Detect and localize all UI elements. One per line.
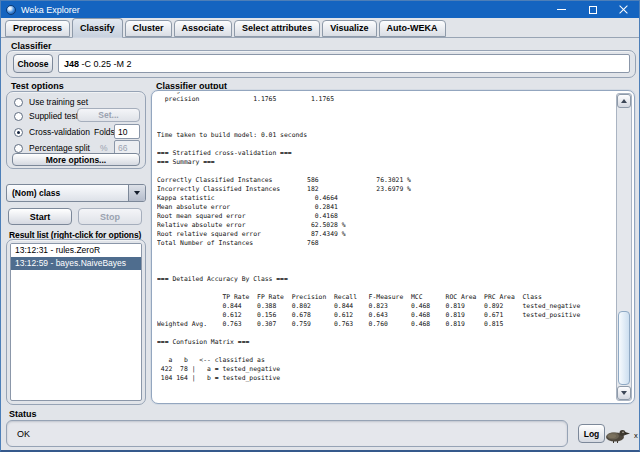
window-title: Weka Explorer — [21, 5, 80, 15]
tab-associate[interactable]: Associate — [174, 20, 233, 37]
classifier-scheme-field[interactable]: J48 -C 0.25 -M 2 — [58, 54, 630, 73]
folds-input[interactable] — [114, 124, 140, 139]
tab-preprocess[interactable]: Preprocess — [5, 20, 70, 37]
tab-select-attributes[interactable]: Select attributes — [234, 20, 320, 37]
tab-visualize[interactable]: Visualize — [322, 20, 376, 37]
class-attribute-value: (Nom) class — [7, 188, 128, 198]
percentage-split-radio[interactable] — [14, 144, 23, 153]
folds-label: Folds — [94, 127, 115, 137]
result-list-item-naivebayes[interactable]: 13:12:59 - bayes.NaiveBayes — [11, 257, 141, 270]
bird-counter: x 0 — [634, 431, 640, 440]
start-button[interactable]: Start — [8, 208, 72, 225]
chevron-down-icon — [134, 191, 140, 195]
scrollbar-thumb[interactable] — [618, 311, 630, 385]
result-list-item-zeror[interactable]: 13:12:31 - rules.ZeroR — [11, 244, 141, 257]
log-button[interactable]: Log — [578, 424, 605, 443]
tab-cluster[interactable]: Cluster — [125, 20, 172, 37]
window-controls — [546, 1, 639, 18]
stop-button: Stop — [78, 208, 142, 225]
minimize-button[interactable] — [546, 1, 577, 18]
result-list: 13:12:31 - rules.ZeroR 13:12:59 - bayes.… — [10, 243, 142, 401]
tab-auto-weka[interactable]: Auto-WEKA — [379, 20, 446, 37]
close-icon — [619, 5, 628, 14]
maximize-button[interactable] — [577, 1, 608, 18]
scroll-down-button[interactable] — [617, 386, 631, 400]
arrow-up-icon — [621, 99, 627, 103]
status-value: OK — [17, 429, 30, 439]
use-training-set-label: Use training set — [29, 97, 88, 107]
classifier-output-text[interactable]: weight sum 500 268 precision 1.1765 1.17… — [157, 92, 613, 401]
tab-classify[interactable]: Classify — [72, 18, 123, 38]
minimize-icon — [557, 9, 566, 10]
choose-classifier-button[interactable]: Choose — [13, 54, 53, 73]
scroll-up-button[interactable] — [617, 94, 631, 108]
weka-bird-status: x 0 — [605, 427, 640, 443]
classifier-scheme-params: -C 0.25 -M 2 — [79, 59, 132, 69]
weka-bird-icon — [605, 427, 631, 443]
output-vertical-scrollbar[interactable] — [616, 93, 632, 401]
weka-app-icon — [6, 5, 16, 15]
cross-validation-radio[interactable] — [14, 128, 23, 137]
use-training-set-radio[interactable] — [14, 98, 23, 107]
class-attribute-combobox[interactable]: (Nom) class — [6, 184, 146, 202]
more-options-button[interactable]: More options... — [12, 153, 140, 166]
classifier-output-pre: weight sum 500 268 precision 1.1765 1.17… — [157, 92, 613, 383]
tab-bar: Preprocess Classify Cluster Associate Se… — [1, 18, 639, 38]
test-options-section-title: Test options — [11, 81, 64, 91]
status-field: OK — [6, 420, 568, 447]
weka-explorer-window: Weka Explorer Preprocess Classify Cluste… — [0, 0, 640, 452]
combobox-dropdown-button[interactable] — [128, 185, 145, 201]
cross-validation-label: Cross-validation — [29, 127, 90, 137]
classifier-scheme-name: J48 — [64, 59, 79, 69]
maximize-icon — [589, 6, 597, 14]
title-bar: Weka Explorer — [1, 1, 639, 18]
supplied-test-set-radio[interactable] — [14, 112, 23, 121]
close-button[interactable] — [608, 1, 639, 18]
status-section-title: Status — [9, 409, 37, 419]
arrow-down-icon — [621, 391, 627, 395]
percentage-split-label: Percentage split — [29, 143, 90, 153]
set-test-set-button: Set... — [77, 108, 140, 122]
percent-label: % — [100, 143, 108, 153]
